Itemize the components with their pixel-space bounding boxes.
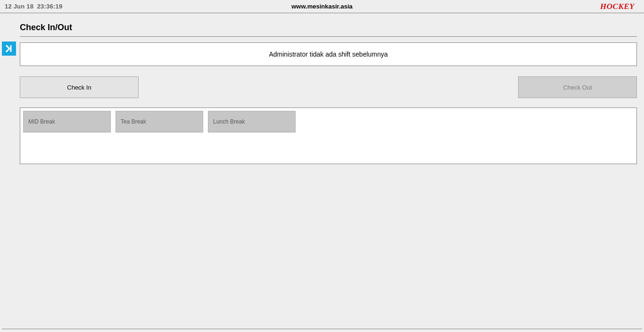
shift-status-message: Administrator tidak ada shift sebelumnya xyxy=(20,42,637,66)
break-label: MID Break xyxy=(28,118,55,125)
break-label: Lunch Break xyxy=(213,118,245,125)
check-out-label: Check Out xyxy=(563,84,592,91)
datetime-display: 12 Jun 18 23:36:19 xyxy=(5,3,62,10)
footer-divider xyxy=(2,329,642,329)
break-button-tea[interactable]: Tea Break xyxy=(116,111,203,133)
break-label: Tea Break xyxy=(121,118,146,125)
date-text: 12 Jun 18 xyxy=(5,3,33,10)
check-out-button[interactable]: Check Out xyxy=(518,76,637,98)
brand-logo: HOCKEY xyxy=(600,2,635,11)
header-bar: 12 Jun 18 23:36:19 www.mesinkasir.asia H… xyxy=(0,0,644,13)
action-button-row: Check In Check Out xyxy=(20,76,637,98)
check-in-label: Check In xyxy=(67,84,91,91)
site-title: www.mesinkasir.asia xyxy=(291,3,353,10)
panel-expand-button[interactable] xyxy=(2,42,16,56)
break-button-lunch[interactable]: Lunch Break xyxy=(208,111,296,133)
time-text: 23:36:19 xyxy=(37,3,63,10)
page-title-wrap: Check In/Out xyxy=(20,23,644,37)
break-button-mid[interactable]: MID Break xyxy=(23,111,111,133)
content-area: Administrator tidak ada shift sebelumnya… xyxy=(20,42,637,164)
check-in-button[interactable]: Check In xyxy=(20,76,139,98)
break-button-row: MID Break Tea Break Lunch Break xyxy=(23,111,634,133)
break-panel[interactable]: MID Break Tea Break Lunch Break xyxy=(20,108,637,164)
chevron-right-bar-icon xyxy=(4,44,14,53)
page-title: Check In/Out xyxy=(20,23,637,37)
